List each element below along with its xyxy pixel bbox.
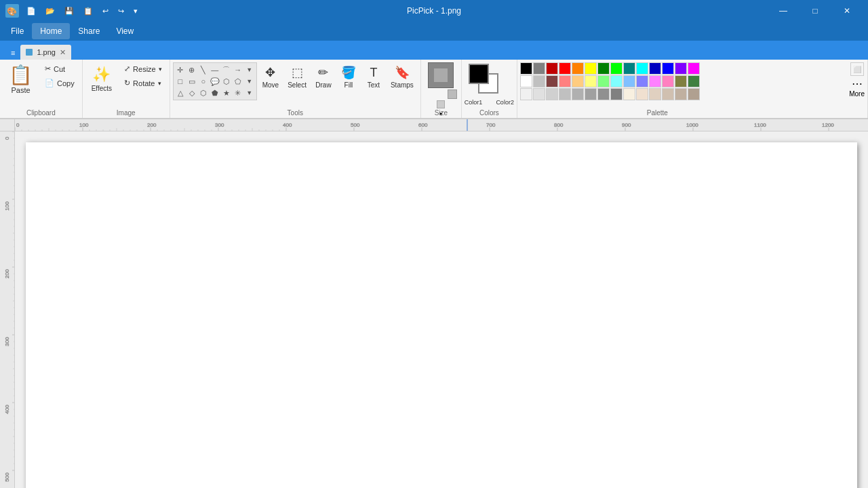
minimize-btn[interactable]: — xyxy=(768,0,799,22)
palette-brown[interactable] xyxy=(546,75,558,87)
palette-lightorange[interactable] xyxy=(572,75,584,87)
shape-triangle[interactable]: △ xyxy=(175,87,186,98)
paste-btn[interactable]: 📋 Paste xyxy=(3,62,39,98)
rotate-btn[interactable]: ↻ Rotate ▾ xyxy=(119,77,167,89)
fill-btn[interactable]: 🪣 Fill xyxy=(336,62,361,92)
more-palette-btn[interactable]: ⋯ More xyxy=(849,77,865,98)
shape-talk-bubble[interactable]: 💬 xyxy=(210,76,220,87)
palette-cream2[interactable] xyxy=(636,88,648,100)
shape-octagon[interactable]: ⬡ xyxy=(198,87,209,98)
resize-btn[interactable]: ⤢ Resize ▾ xyxy=(119,62,167,75)
palette-nearwhite1[interactable] xyxy=(520,88,532,100)
palette-blue[interactable] xyxy=(662,62,674,75)
save-btn[interactable]: 💾 xyxy=(61,5,77,17)
palette-lightblue[interactable] xyxy=(623,75,635,87)
stamps-btn[interactable]: 🔖 Stamps xyxy=(387,62,418,92)
maximize-btn[interactable]: □ xyxy=(800,0,831,22)
menu-share[interactable]: Share xyxy=(70,23,108,39)
palette-lightmagenta[interactable] xyxy=(649,75,661,87)
menu-view[interactable]: View xyxy=(108,23,142,39)
text-btn[interactable]: T Text xyxy=(361,62,386,92)
move-btn[interactable]: ✥ Move xyxy=(258,62,283,92)
shape-star[interactable]: ★ xyxy=(221,87,232,98)
shape-line[interactable]: — xyxy=(210,64,220,75)
shape-more3[interactable]: ▼ xyxy=(244,87,255,98)
shape-arrow-right[interactable]: → xyxy=(233,64,243,75)
svg-text:1000: 1000 xyxy=(686,122,698,128)
palette-midgray3[interactable] xyxy=(597,88,610,100)
palette-teal[interactable] xyxy=(623,62,635,75)
shape-plus[interactable]: ⊕ xyxy=(186,64,197,75)
palette-pink[interactable] xyxy=(662,75,674,87)
shape-diagonal1[interactable]: ╲ xyxy=(198,64,209,75)
palette-lightcyan[interactable] xyxy=(610,75,623,87)
palette-black[interactable] xyxy=(520,62,532,75)
copy-btn[interactable]: 📄 Copy xyxy=(40,77,79,89)
palette-lightyellow[interactable] xyxy=(585,75,597,87)
palette-lightgreen[interactable] xyxy=(597,75,610,87)
palette-nearwhite2[interactable] xyxy=(533,88,545,100)
palette-green[interactable] xyxy=(610,62,623,75)
shape-diamond[interactable]: ◇ xyxy=(186,87,197,98)
menu-file[interactable]: File xyxy=(3,23,32,39)
palette-red[interactable] xyxy=(559,62,571,75)
palette-tan1[interactable] xyxy=(675,88,687,100)
saveas-btn[interactable]: 📋 xyxy=(80,5,96,17)
color1-swatch[interactable] xyxy=(469,64,489,84)
shape-more2[interactable]: ▼ xyxy=(244,76,255,87)
cut-btn[interactable]: ✂ Cut xyxy=(40,62,79,75)
shape-rounded-rect[interactable]: ▭ xyxy=(186,76,197,87)
undo-btn[interactable]: ↩ xyxy=(99,5,112,17)
palette-yellow[interactable] xyxy=(585,62,597,75)
palette-cyan[interactable] xyxy=(636,62,648,75)
palette-tan2[interactable] xyxy=(688,88,700,100)
palette-white[interactable] xyxy=(520,75,532,87)
tab-icon xyxy=(26,49,33,56)
palette-lightviolet[interactable] xyxy=(636,75,648,87)
shape-curve1[interactable]: ⌒ xyxy=(221,64,232,75)
palette-silver[interactable] xyxy=(533,75,545,87)
palette-violet[interactable] xyxy=(675,62,687,75)
new-btn[interactable]: 📄 xyxy=(23,5,39,17)
palette-olive[interactable] xyxy=(675,75,687,87)
palette-midgray2[interactable] xyxy=(585,88,597,100)
palette-darkblue[interactable] xyxy=(649,62,661,75)
shape-ellipse[interactable]: ○ xyxy=(198,76,209,87)
palette-cream1[interactable] xyxy=(623,88,635,100)
more-qs-btn[interactable]: ▾ xyxy=(130,5,141,17)
effects-btn[interactable]: ✨ Effects xyxy=(85,62,118,96)
palette-orange[interactable] xyxy=(572,62,584,75)
palette-darkred[interactable] xyxy=(546,62,558,75)
canvas-document[interactable] xyxy=(26,142,857,488)
canvas-viewport[interactable] xyxy=(15,131,868,488)
shape-pentagon[interactable]: ⬠ xyxy=(233,76,243,87)
menu-home[interactable]: Home xyxy=(32,23,70,39)
open-btn[interactable]: 📂 xyxy=(42,5,58,17)
palette-forestgreen[interactable] xyxy=(688,75,700,87)
palette-nearwhite3[interactable] xyxy=(546,88,558,100)
palette-lightred[interactable] xyxy=(559,75,571,87)
palette-cream4[interactable] xyxy=(662,88,674,100)
shape-crosshair[interactable]: ✛ xyxy=(175,64,186,75)
palette-midgray1[interactable] xyxy=(572,88,584,100)
eraser-btn[interactable]: ⬜ xyxy=(850,62,864,76)
select-btn[interactable]: ⬚ Select xyxy=(283,62,311,92)
palette-midgray4[interactable] xyxy=(610,88,623,100)
tab-1png[interactable]: 1.png ✕ xyxy=(20,45,71,60)
expand-shapes[interactable]: ▼ xyxy=(244,64,255,75)
close-btn[interactable]: ✕ xyxy=(831,0,863,22)
shape-starburst[interactable]: ✳ xyxy=(233,87,243,98)
palette-cream3[interactable] xyxy=(649,88,661,100)
shape-callout[interactable]: ⬟ xyxy=(210,87,220,98)
palette-magenta[interactable] xyxy=(688,62,700,75)
shape-hexagon[interactable]: ⬡ xyxy=(221,76,232,87)
new-tab-btn[interactable]: ≡ xyxy=(5,46,20,60)
tab-close-btn[interactable]: ✕ xyxy=(60,48,66,57)
draw-btn[interactable]: ✏ Draw xyxy=(311,62,336,92)
palette-nearwhite4[interactable] xyxy=(559,88,571,100)
shape-rect[interactable]: □ xyxy=(175,76,186,87)
palette-gray[interactable] xyxy=(533,62,545,75)
tab-bar: ≡ 1.png ✕ xyxy=(0,41,868,60)
redo-btn[interactable]: ↪ xyxy=(115,5,127,17)
palette-darkgreen[interactable] xyxy=(597,62,610,75)
